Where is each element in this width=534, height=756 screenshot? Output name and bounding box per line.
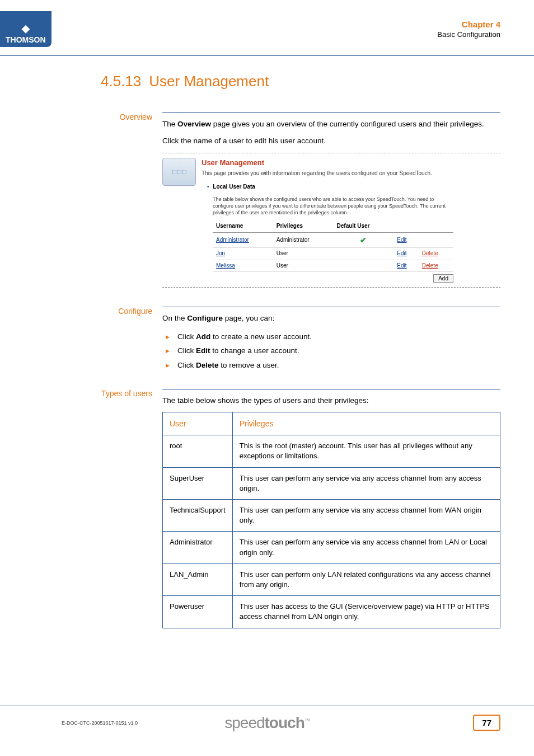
chapter-label: Chapter 4 <box>437 20 500 29</box>
username-link[interactable]: Jon <box>216 250 225 256</box>
edit-link[interactable]: Edit <box>397 262 406 269</box>
um-title: User Management <box>202 158 500 168</box>
types-col-user: User <box>163 412 233 435</box>
footer-brand: speedtouch™ <box>224 714 310 732</box>
types-intro: The table below shows the types of users… <box>162 395 500 406</box>
priv-cell: User <box>273 260 334 272</box>
table-row: PoweruserThis user has access to the GUI… <box>163 596 500 628</box>
um-note: The table below shows the configured use… <box>213 196 453 216</box>
thomson-text: THOMSON <box>6 36 46 44</box>
col-default: Default User <box>334 220 394 232</box>
col-privileges: Privileges <box>273 220 334 232</box>
header-right: Chapter 4 Basic Configuration <box>437 20 500 39</box>
chapter-subtitle: Basic Configuration <box>437 30 500 39</box>
page-header: ◆ THOMSON Chapter 4 Basic Configuration <box>0 0 534 56</box>
um-subheading: Local User Data <box>207 183 500 191</box>
configure-intro: On the Configure page, you can: <box>162 313 500 324</box>
section-number: 4.5.13 <box>101 73 141 90</box>
types-block: Types of users The table below shows the… <box>101 389 500 628</box>
table-row: rootThis is the root (master) account. T… <box>163 435 500 467</box>
page-title: 4.5.13User Management <box>101 73 500 90</box>
user-table: Username Privileges Default User Adminis… <box>213 220 453 272</box>
col-username: Username <box>213 220 273 232</box>
configure-label: Configure <box>101 307 162 372</box>
edit-link[interactable]: Edit <box>397 237 406 243</box>
types-label: Types of users <box>101 389 162 628</box>
user-management-screenshot: ⬚⬚⬚ User Management This page provides y… <box>162 153 500 288</box>
table-row: Administrator Administrator ✔ Edit <box>213 232 453 247</box>
thomson-logo: ◆ THOMSON <box>0 11 51 47</box>
table-row: LAN_AdminThis user can perform only LAN … <box>163 564 500 595</box>
router-image: ⬚⬚⬚ <box>162 158 196 186</box>
table-row: TechnicalSupportThis user can perform an… <box>163 500 500 532</box>
list-item: Click Delete to remove a user. <box>166 358 500 373</box>
table-row: SuperUserThis user can perform any servi… <box>163 467 500 499</box>
username-link[interactable]: Administrator <box>216 237 249 243</box>
check-icon: ✔ <box>360 236 367 245</box>
table-row: Jon User Edit Delete <box>213 248 453 260</box>
overview-p2: Click the name of a user to edit his use… <box>162 135 500 147</box>
add-button[interactable]: Add <box>433 274 453 283</box>
list-item: Click Edit to change a user account. <box>166 344 500 358</box>
username-link[interactable]: Melissa <box>216 262 235 269</box>
thomson-icon: ◆ <box>22 24 30 34</box>
types-col-priv: Privileges <box>232 412 500 435</box>
page-number: 77 <box>473 715 500 731</box>
delete-link[interactable]: Delete <box>422 250 438 256</box>
overview-block: Overview The Overview page gives you an … <box>101 112 500 290</box>
configure-block: Configure On the Configure page, you can… <box>101 307 500 372</box>
table-row: AdministratorThis user can perform any s… <box>163 532 500 564</box>
priv-cell: User <box>273 248 334 260</box>
delete-link[interactable]: Delete <box>422 262 438 269</box>
edit-link[interactable]: Edit <box>397 250 406 256</box>
priv-cell: Administrator <box>273 232 334 247</box>
page-footer: E-DOC-CTC-20051017-0151 v1.0 speedtouch™… <box>0 706 534 739</box>
overview-p1: The Overview page gives you an overview … <box>162 119 500 130</box>
configure-list: Click Add to create a new user account. … <box>162 330 500 373</box>
section-text: User Management <box>149 73 269 90</box>
doc-id: E-DOC-CTC-20051017-0151 v1.0 <box>62 720 138 726</box>
list-item: Click Add to create a new user account. <box>166 330 500 344</box>
table-row: Melissa User Edit Delete <box>213 260 453 272</box>
types-table: User Privileges rootThis is the root (ma… <box>162 412 500 628</box>
overview-label: Overview <box>101 112 162 290</box>
um-desc: This page provides you with information … <box>202 170 500 178</box>
